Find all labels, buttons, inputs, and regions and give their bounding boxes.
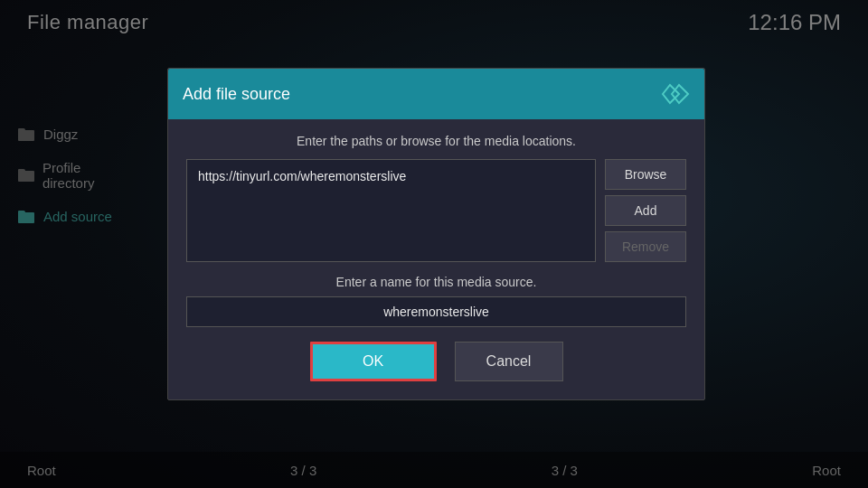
browse-button[interactable]: Browse (605, 159, 686, 190)
add-file-source-dialog: Add file source Enter the paths or brows… (167, 68, 705, 400)
media-source-name-input[interactable] (186, 296, 686, 327)
name-description: Enter a name for this media source. (186, 275, 686, 289)
path-section: https://tinyurl.com/wheremonsterslive Br… (186, 159, 686, 262)
add-button[interactable]: Add (605, 195, 686, 226)
path-value: https://tinyurl.com/wheremonsterslive (198, 169, 406, 183)
dialog-body: Enter the paths or browse for the media … (168, 119, 704, 399)
dialog-title: Add file source (183, 85, 290, 104)
dialog-header: Add file source (168, 69, 704, 119)
path-buttons: Browse Add Remove (605, 159, 686, 262)
cancel-button[interactable]: Cancel (455, 342, 563, 381)
remove-button[interactable]: Remove (605, 231, 686, 262)
dialog-actions: OK Cancel (186, 342, 686, 381)
ok-button[interactable]: OK (310, 342, 437, 381)
path-input-area[interactable]: https://tinyurl.com/wheremonsterslive (186, 159, 596, 262)
dialog-description: Enter the paths or browse for the media … (186, 134, 686, 148)
kodi-logo-icon (661, 80, 690, 108)
